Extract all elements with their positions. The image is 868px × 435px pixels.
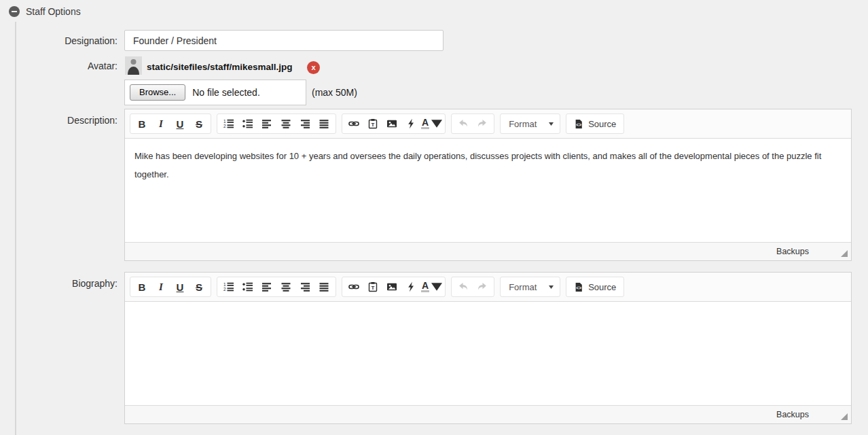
redo-button[interactable]: [473, 116, 491, 132]
bulleted-list-button[interactable]: [239, 116, 257, 132]
strikethrough-icon: S: [196, 281, 202, 293]
align-right-button[interactable]: [296, 116, 314, 132]
numbered-list-icon: 12: [223, 281, 234, 292]
bulleted-list-icon: [242, 118, 253, 129]
align-center-icon: [281, 118, 291, 129]
bulleted-list-icon: [242, 281, 253, 292]
collapse-toggle-icon[interactable]: [9, 6, 20, 17]
chevron-down-icon: [549, 122, 554, 126]
format-dropdown[interactable]: Format: [500, 114, 560, 134]
italic-button[interactable]: I: [152, 279, 170, 295]
redo-button[interactable]: [473, 279, 491, 295]
image-button[interactable]: [383, 279, 401, 295]
undo-button[interactable]: [454, 116, 472, 132]
bulleted-list-button[interactable]: [239, 279, 257, 295]
insert-group: T A: [342, 277, 446, 297]
italic-button[interactable]: I: [152, 116, 170, 132]
backups-link[interactable]: Backups: [776, 410, 809, 419]
svg-text:1: 1: [223, 119, 226, 124]
svg-text:<>: <>: [576, 285, 581, 290]
justify-icon: [319, 118, 329, 129]
svg-text:2: 2: [223, 287, 226, 292]
strikethrough-icon: S: [196, 118, 202, 130]
description-content[interactable]: Mike has been developing websites for 10…: [125, 139, 851, 242]
redo-icon: [477, 118, 488, 129]
indent-guide-line: [15, 22, 16, 435]
bold-button[interactable]: B: [133, 279, 151, 295]
flash-button[interactable]: [402, 279, 420, 295]
image-button[interactable]: [383, 116, 401, 132]
link-icon: [348, 281, 359, 292]
undo-button[interactable]: [454, 279, 472, 295]
link-icon: [348, 118, 359, 129]
biography-content[interactable]: [125, 302, 851, 405]
person-photo-icon: [125, 56, 142, 75]
chevron-down-icon: [549, 285, 554, 289]
redo-icon: [477, 281, 488, 292]
source-button-label: Source: [588, 119, 616, 129]
bold-button[interactable]: B: [133, 116, 151, 132]
flash-icon: [405, 281, 416, 292]
justify-icon: [319, 281, 329, 292]
italic-icon: I: [159, 118, 163, 130]
avatar-label: Avatar:: [0, 60, 117, 71]
link-button[interactable]: [345, 279, 363, 295]
biography-editor-footer: Backups: [125, 405, 851, 423]
underline-button[interactable]: U: [171, 116, 189, 132]
undo-icon: [458, 281, 469, 292]
paste-text-button[interactable]: T: [364, 116, 382, 132]
link-button[interactable]: [345, 116, 363, 132]
strikethrough-button[interactable]: S: [190, 279, 208, 295]
source-button[interactable]: <> Source: [566, 277, 624, 297]
text-color-button[interactable]: A: [421, 116, 442, 132]
backups-link[interactable]: Backups: [776, 247, 809, 256]
text-color-icon: A: [421, 281, 429, 292]
undo-redo-group: [451, 114, 494, 134]
avatar-filename: static/sitefiles/staff/mikesmall.jpg: [147, 62, 293, 72]
avatar-file-input[interactable]: Browse... No file selected.: [124, 80, 306, 105]
chevron-down-icon: [431, 281, 442, 292]
numbered-list-button[interactable]: 12: [220, 116, 238, 132]
paste-text-button[interactable]: T: [364, 279, 382, 295]
align-right-button[interactable]: [296, 279, 314, 295]
flash-button[interactable]: [402, 116, 420, 132]
justify-button[interactable]: [315, 116, 333, 132]
description-editor-toolbar: B I U S 12 T A: [125, 109, 851, 139]
paste-text-icon: T: [367, 118, 378, 129]
align-center-icon: [281, 281, 291, 292]
list-align-group: 12: [217, 277, 336, 297]
italic-icon: I: [159, 281, 163, 293]
svg-text:<>: <>: [576, 122, 581, 126]
image-icon: [386, 281, 397, 292]
max-file-size-note: (max 50M): [312, 87, 357, 98]
justify-button[interactable]: [315, 279, 333, 295]
resize-grip-icon[interactable]: [841, 413, 848, 420]
chevron-down-icon: [431, 118, 442, 129]
biography-label: Biography:: [0, 278, 117, 289]
remove-avatar-button[interactable]: x: [307, 61, 320, 74]
align-left-button[interactable]: [258, 116, 276, 132]
underline-button[interactable]: U: [171, 279, 189, 295]
align-right-icon: [300, 281, 310, 292]
align-center-button[interactable]: [277, 116, 295, 132]
align-center-button[interactable]: [277, 279, 295, 295]
designation-input[interactable]: [124, 30, 444, 51]
numbered-list-icon: 12: [223, 118, 234, 129]
text-color-button[interactable]: A: [421, 279, 442, 295]
bold-icon: B: [139, 281, 146, 293]
numbered-list-button[interactable]: 12: [220, 279, 238, 295]
description-editor: B I U S 12 T A: [124, 109, 852, 261]
align-left-icon: [261, 118, 272, 129]
panel-title: Staff Options: [26, 6, 81, 17]
source-icon: <>: [574, 119, 583, 129]
resize-grip-icon[interactable]: [841, 250, 848, 257]
format-dropdown[interactable]: Format: [500, 277, 560, 297]
staff-options-panel: Staff Options Designation: Avatar: stati…: [0, 0, 868, 435]
text-style-group: B I U S: [130, 114, 211, 134]
browse-button[interactable]: Browse...: [130, 84, 185, 101]
align-right-icon: [300, 118, 310, 129]
align-left-button[interactable]: [258, 279, 276, 295]
source-button[interactable]: <> Source: [566, 114, 624, 134]
flash-icon: [405, 118, 416, 129]
strikethrough-button[interactable]: S: [190, 116, 208, 132]
